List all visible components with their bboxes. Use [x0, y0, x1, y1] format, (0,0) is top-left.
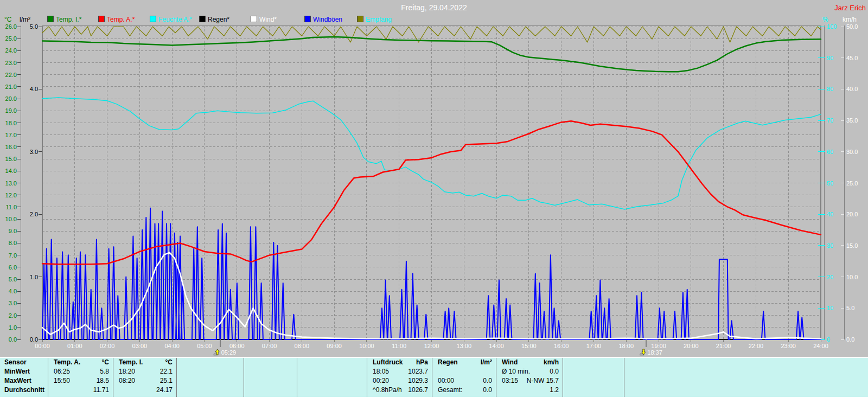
- weather-chart-svg: 0.01.02.03.04.05.06.07.08.09.010.011.012…: [0, 0, 868, 357]
- table-cell-row: 00:000.0: [432, 376, 495, 386]
- table-column-tempa: Temp. A.°C06:255.815:5018.511.71: [48, 358, 112, 397]
- table-cell-row: [177, 386, 243, 395]
- time-axis-label: 02:00: [100, 343, 115, 349]
- temp-axis-label: 26.0: [5, 23, 17, 30]
- table-row-label: MinWert: [0, 367, 48, 376]
- table-col-unit: km/h: [544, 358, 562, 367]
- table-cell-row: 18:051023.7: [367, 367, 431, 376]
- wind-axis-label: 30.0: [846, 149, 858, 155]
- humidity-axis-label: 60: [827, 149, 833, 155]
- table-cell-value: 24.17: [156, 386, 176, 395]
- table-cell-value: 22.1: [160, 367, 176, 376]
- temp-axis-label: 1.0: [9, 324, 17, 331]
- table-column-empty: [624, 358, 867, 397]
- table-cell-row: 18:2022.1: [113, 367, 176, 376]
- time-axis-label: 14:00: [489, 343, 504, 349]
- table-cell-time: ^0.8hPa/h: [367, 386, 402, 395]
- table-cell-row: 03:15N-NW 15.7: [496, 376, 562, 386]
- table-cell-time: Ø 10 min.: [496, 367, 530, 376]
- table-col-unit: °C: [102, 358, 112, 367]
- table-col-unit: hPa: [416, 358, 431, 367]
- humidity-axis-label: 70: [827, 117, 833, 124]
- wind-axis-label: 5.0: [846, 305, 854, 311]
- time-axis-label: 04:00: [164, 343, 180, 349]
- temp-axis-label: 7.0: [9, 252, 17, 259]
- time-axis-label: 03:00: [132, 343, 148, 349]
- table-cell-row: [624, 386, 867, 395]
- table-cell-row: 24.17: [113, 386, 176, 395]
- table-row-label: Sensor: [0, 358, 48, 367]
- table-col-name: Temp. A.: [48, 358, 80, 367]
- rain-axis-label: 2.0: [30, 211, 38, 217]
- humidity-axis-label: 20: [827, 274, 833, 280]
- table-cell-row: [563, 376, 623, 386]
- humidity-axis-label: 30: [827, 242, 833, 249]
- wind-axis-label: 0.0: [846, 336, 854, 343]
- wind-axis-label: 40.0: [846, 86, 858, 92]
- table-col-name: Temp. I.: [113, 358, 143, 367]
- table-column-empty: [297, 358, 366, 397]
- table-cell-value: 5.8: [100, 367, 112, 376]
- table-column-regen: Regenl/m²00:000.0Gesamt:0.0: [432, 358, 495, 397]
- table-cell-row: [244, 376, 296, 386]
- table-cell-row: [624, 376, 867, 386]
- wind-axis-label: 35.0: [846, 117, 858, 124]
- table-cell-row: 11.71: [48, 386, 112, 395]
- humidity-axis-label: 40: [827, 211, 833, 217]
- time-axis-label: 15:00: [521, 343, 537, 349]
- table-cell-row: [563, 386, 623, 395]
- table-cell-value: 11.71: [93, 386, 112, 395]
- temp-axis-label: 11.0: [5, 204, 17, 210]
- table-cell-value: 18.5: [97, 376, 112, 386]
- temp-axis-label: 13.0: [5, 180, 17, 187]
- table-cell-time: 00:00: [432, 376, 454, 386]
- temp-axis-label: 8.0: [9, 240, 17, 246]
- table-cell-row: [297, 386, 366, 395]
- weather-app-window: { "window": { "title": "Freitag, 29.04.2…: [0, 0, 868, 398]
- table-row-label: MaxWert: [0, 376, 48, 386]
- table-cell-value: 0.0: [550, 367, 562, 376]
- temp-axis-label: 14.0: [5, 168, 17, 174]
- time-axis-label: 07:00: [262, 343, 277, 349]
- time-axis-label: 21:00: [716, 343, 731, 349]
- time-axis-label: 09:00: [327, 343, 342, 349]
- table-cell-row: [432, 367, 495, 376]
- humidity-axis-label: 100: [827, 23, 837, 30]
- temp-axis-label: 3.0: [9, 300, 17, 306]
- temp-axis-label: 20.0: [5, 95, 17, 102]
- wind-axis-label: 45.0: [846, 55, 858, 61]
- table-col-name: Luftdruck: [367, 358, 403, 367]
- table-cell-row: 15:5018.5: [48, 376, 112, 386]
- table-column-empty: [176, 358, 243, 397]
- temp-axis-label: 24.0: [5, 47, 17, 54]
- table-cell-row: [297, 376, 366, 386]
- sunset-icon: [640, 349, 646, 355]
- table-cell-row: Ø 10 min.0.0: [496, 367, 562, 376]
- table-cell-value: 1026.7: [408, 386, 431, 395]
- temp-axis-label: 0.0: [9, 336, 17, 343]
- table-column-wind: Windkm/hØ 10 min.0.003:15N-NW 15.71.2: [496, 358, 562, 397]
- table-cell-row: [177, 367, 243, 376]
- time-axis-label: 08:00: [295, 343, 310, 349]
- rain-axis-label: 5.0: [30, 23, 38, 30]
- time-axis-label: 23:00: [781, 343, 796, 349]
- humidity-axis-label: 0: [827, 336, 830, 343]
- table-cell-row: 00:201029.3: [367, 376, 431, 386]
- time-axis-label: 00:00: [35, 343, 50, 349]
- wind-axis-label: 10.0: [846, 274, 858, 280]
- table-cell-time: 00:20: [367, 376, 389, 386]
- temp-axis-label: 10.0: [5, 216, 17, 222]
- temp-axis-label: 15.0: [5, 156, 17, 162]
- wind-axis-label: 20.0: [846, 211, 858, 217]
- table-column-luftdruck: LuftdruckhPa18:051023.700:201029.3^0.8hP…: [367, 358, 431, 397]
- table-cell-value: N-NW 15.7: [527, 376, 562, 386]
- table-cell-value: 1.2: [550, 386, 562, 395]
- table-cell-time: 06:25: [48, 367, 70, 376]
- table-cell-value: 1023.7: [408, 367, 431, 376]
- table-cell-row: [244, 367, 296, 376]
- table-row-labels-column: SensorMinWertMaxWertDurchschnitt: [0, 358, 48, 397]
- temp-axis-label: 4.0: [9, 288, 17, 294]
- time-axis-label: 10:00: [359, 343, 374, 349]
- time-axis-label: 17:00: [586, 343, 602, 349]
- table-cell-row: [177, 376, 243, 386]
